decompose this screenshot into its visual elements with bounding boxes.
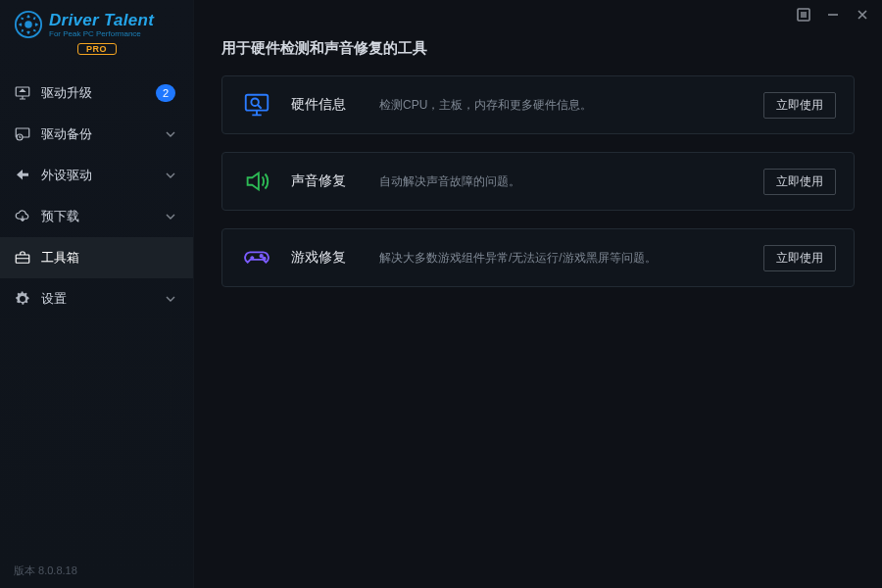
svg-point-10 [263,258,265,260]
sidebar: Driver Talent For Peak PC Performance PR… [0,0,194,588]
tool-description: 解决大多数游戏组件异常/无法运行/游戏黑屏等问题。 [379,250,763,267]
sidebar-item-settings[interactable]: 设置 [0,278,193,319]
sidebar-badge: 2 [156,84,175,102]
menu-icon[interactable] [796,7,811,23]
tool-card-sound-fix: 声音修复 自动解决声音故障的问题。 立即使用 [221,152,855,211]
use-now-button[interactable]: 立即使用 [763,92,836,119]
svg-point-8 [251,98,259,106]
gear-icon [14,290,31,308]
svg-point-1 [24,21,32,28]
speaker-fix-icon [242,167,271,196]
game-fix-icon [242,243,271,272]
version-label: 版本 8.0.8.18 [0,564,193,588]
sidebar-item-peripheral[interactable]: 外设驱动 [0,155,193,196]
main-area: 用于硬件检测和声音修复的工具 硬件信息 检测CPU，主板，内存和更多硬件信息。 … [194,0,882,588]
tool-description: 检测CPU，主板，内存和更多硬件信息。 [379,97,763,114]
tool-name: 硬件信息 [291,96,379,114]
sidebar-item-toolbox[interactable]: 工具箱 [0,237,193,278]
chevron-down-icon [166,212,175,221]
tool-name: 游戏修复 [291,249,379,267]
close-icon[interactable] [855,7,870,23]
sidebar-nav: 驱动升级 2 驱动备份 外设驱动 预下载 [0,73,193,564]
logo-pro-badge: PRO [77,43,117,55]
sidebar-item-label: 设置 [41,290,160,308]
logo-title: Driver Talent [49,12,154,28]
window-titlebar [194,0,882,29]
page-title: 用于硬件检测和声音修复的工具 [221,39,855,58]
monitor-upgrade-icon [14,84,31,102]
use-now-button[interactable]: 立即使用 [763,245,836,271]
tool-name: 声音修复 [291,172,379,190]
chevron-down-icon [166,171,175,180]
logo-subtitle: For Peak PC Performance [49,30,154,38]
tool-card-game-fix: 游戏修复 解决大多数游戏组件异常/无法运行/游戏黑屏等问题。 立即使用 [221,228,855,287]
cloud-download-icon [14,208,31,225]
chevron-down-icon [166,294,175,304]
use-now-button[interactable]: 立即使用 [763,169,836,195]
toolbox-icon [14,249,31,267]
tool-description: 自动解决声音故障的问题。 [379,173,763,190]
sidebar-item-driver-upgrade[interactable]: 驱动升级 2 [0,73,193,114]
sidebar-item-label: 驱动备份 [41,125,160,143]
svg-point-9 [260,255,262,257]
clock-backup-icon [14,125,31,143]
sidebar-item-label: 外设驱动 [41,167,160,184]
logo-gear-icon [14,10,43,39]
hardware-info-icon [242,90,271,120]
sidebar-item-label: 预下载 [41,208,160,225]
chevron-down-icon [166,129,175,139]
peripheral-icon [14,167,31,184]
sidebar-item-label: 工具箱 [41,249,175,267]
sidebar-item-label: 驱动升级 [41,84,156,102]
sidebar-item-driver-backup[interactable]: 驱动备份 [0,114,193,155]
minimize-icon[interactable] [825,7,841,23]
sidebar-item-predownload[interactable]: 预下载 [0,196,193,237]
content: 用于硬件检测和声音修复的工具 硬件信息 检测CPU，主板，内存和更多硬件信息。 … [194,29,882,305]
tool-card-hardware-info: 硬件信息 检测CPU，主板，内存和更多硬件信息。 立即使用 [221,75,855,134]
app-logo: Driver Talent For Peak PC Performance PR… [0,0,193,63]
svg-rect-7 [246,95,269,111]
